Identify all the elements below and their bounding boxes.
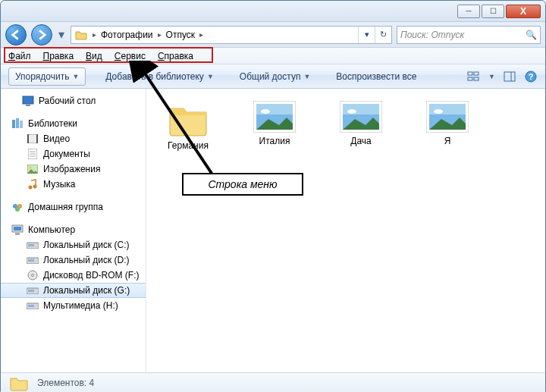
- svg-rect-28: [14, 227, 21, 230]
- forward-button[interactable]: [31, 24, 52, 45]
- sidebar-item-drive-c[interactable]: Локальный диск (C:): [1, 237, 146, 252]
- svg-rect-29: [15, 233, 20, 235]
- svg-rect-42: [256, 104, 293, 114]
- svg-rect-11: [16, 118, 19, 128]
- menu-edit[interactable]: Правка: [43, 51, 74, 61]
- svg-rect-13: [27, 134, 38, 143]
- sidebar-item-drive-d[interactable]: Локальный диск (D:): [1, 252, 146, 268]
- help-icon[interactable]: ?: [524, 70, 538, 83]
- add-to-library-button[interactable]: Добавить в библиотеку▼: [99, 67, 219, 86]
- svg-point-23: [33, 185, 37, 189]
- computer-icon: [11, 224, 24, 236]
- menu-file[interactable]: Файл: [8, 51, 31, 61]
- photo-icon: [340, 101, 382, 133]
- nav-row: ▾ ▸ Фотографии ▸ Отпуск ▸ ▾ ↻ Поиск: Отп…: [1, 22, 545, 48]
- address-bar[interactable]: ▸ Фотографии ▸ Отпуск ▸ ▾ ↻: [71, 26, 392, 44]
- annotation-label: Строка меню: [182, 173, 303, 196]
- sidebar-item-drive-h[interactable]: Мультимедиа (H:): [1, 298, 146, 313]
- svg-point-35: [32, 274, 34, 277]
- svg-point-21: [29, 166, 32, 169]
- folder-icon: [73, 27, 89, 43]
- share-button[interactable]: Общий доступ▼: [234, 67, 317, 86]
- arrow-left-icon: [11, 30, 21, 40]
- statusbar: Элементов: 4: [1, 372, 545, 392]
- titlebar: ─ ☐ X: [1, 1, 545, 22]
- search-input[interactable]: Поиск: Отпуск 🔍: [397, 26, 541, 44]
- share-label: Общий доступ: [240, 71, 301, 82]
- svg-point-22: [29, 186, 33, 190]
- svg-point-26: [15, 207, 20, 212]
- svg-rect-4: [504, 72, 515, 81]
- sidebar-item-music[interactable]: Музыка: [1, 177, 146, 192]
- svg-rect-8: [23, 96, 33, 104]
- libraries-icon: [11, 118, 24, 130]
- sidebar-item-videos[interactable]: Видео: [1, 131, 146, 146]
- svg-rect-33: [28, 259, 34, 262]
- file-item[interactable]: Дача: [328, 101, 394, 146]
- sidebar-item-desktop[interactable]: Рабочий стол: [1, 93, 146, 108]
- chevron-right-icon: ▸: [156, 30, 163, 39]
- photo-icon: [426, 101, 469, 133]
- folder-icon: [167, 101, 209, 137]
- svg-rect-1: [474, 72, 479, 75]
- svg-rect-50: [429, 104, 466, 114]
- sidebar-item-drive-g[interactable]: Локальный диск (G:): [1, 283, 146, 298]
- preview-pane-icon[interactable]: [503, 70, 516, 83]
- menubar: Файл Правка Вид Сервис Справка: [1, 48, 545, 64]
- file-label: Дача: [350, 136, 371, 146]
- svg-rect-9: [26, 105, 30, 106]
- pictures-icon: [27, 163, 39, 175]
- maximize-button[interactable]: ☐: [482, 5, 504, 18]
- search-placeholder: Поиск: Отпуск: [400, 30, 464, 40]
- svg-rect-0: [468, 72, 472, 75]
- sidebar-item-drive-bdrom[interactable]: Дисковод BD-ROM (F:): [1, 268, 146, 283]
- file-item[interactable]: Германия: [155, 101, 221, 151]
- back-button[interactable]: [5, 24, 27, 45]
- file-label: Германия: [168, 140, 209, 151]
- chevron-right-icon: ▸: [198, 30, 205, 39]
- photo-icon: [253, 101, 296, 133]
- close-button[interactable]: X: [506, 5, 541, 18]
- svg-rect-14: [27, 134, 29, 143]
- svg-point-43: [261, 109, 270, 114]
- breadcrumb[interactable]: Отпуск: [163, 30, 198, 40]
- address-dropdown[interactable]: ▾: [358, 27, 375, 43]
- svg-rect-37: [28, 290, 34, 292]
- sidebar-item-libraries[interactable]: Библиотеки: [1, 116, 146, 131]
- organize-button[interactable]: Упорядочить▼: [8, 67, 86, 86]
- svg-rect-39: [28, 305, 34, 307]
- refresh-button[interactable]: ↻: [375, 27, 391, 43]
- svg-rect-10: [12, 120, 15, 128]
- sidebar-item-pictures[interactable]: Изображения: [1, 162, 146, 177]
- addlib-label: Добавить в библиотеку: [105, 71, 204, 82]
- folder-icon: [8, 375, 30, 391]
- drive-icon: [27, 284, 39, 296]
- content-pane[interactable]: Германия Италия: [146, 89, 545, 372]
- view-options-icon[interactable]: [467, 70, 481, 83]
- file-item[interactable]: Я: [415, 101, 480, 146]
- drive-icon: [27, 239, 39, 251]
- play-all-button[interactable]: Воспроизвести все: [330, 67, 422, 86]
- sidebar-item-homegroup[interactable]: Домашняя группа: [1, 199, 146, 215]
- music-icon: [27, 178, 39, 190]
- document-icon: [27, 148, 39, 160]
- file-item[interactable]: Италия: [242, 101, 307, 146]
- play-label: Воспроизвести все: [336, 71, 416, 82]
- sidebar-item-computer[interactable]: Компьютер: [1, 222, 146, 237]
- toolbar: Упорядочить▼ Добавить в библиотеку▼ Общи…: [1, 64, 545, 89]
- desktop-icon: [22, 95, 34, 107]
- nav-history-dropdown[interactable]: ▾: [57, 28, 66, 42]
- video-icon: [27, 133, 39, 145]
- minimize-button[interactable]: ─: [457, 5, 480, 18]
- drive-icon: [27, 254, 39, 266]
- arrow-right-icon: [36, 30, 47, 40]
- svg-rect-46: [343, 104, 379, 114]
- breadcrumb[interactable]: Фотографии: [98, 30, 156, 40]
- menu-help[interactable]: Справка: [158, 51, 193, 61]
- file-label: Италия: [259, 136, 290, 146]
- svg-rect-15: [36, 134, 38, 143]
- menu-view[interactable]: Вид: [86, 51, 102, 61]
- file-label: Я: [444, 136, 451, 146]
- menu-tools[interactable]: Сервис: [115, 51, 146, 61]
- sidebar-item-documents[interactable]: Документы: [1, 146, 146, 162]
